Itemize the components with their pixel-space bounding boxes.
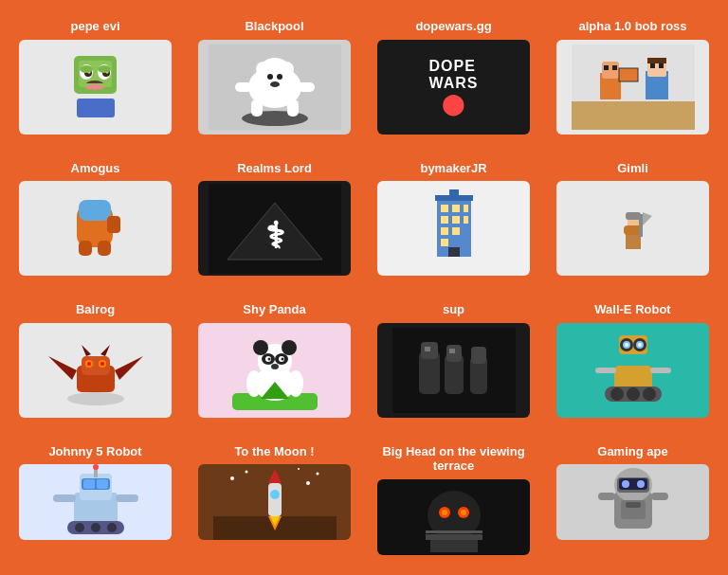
card-image: ⚕ xyxy=(198,181,351,276)
card-grid: pepe evi xyxy=(11,11,717,563)
svg-point-93 xyxy=(271,364,279,369)
card-big-head[interactable]: Big Head on the viewing terrace xyxy=(370,437,537,563)
svg-point-77 xyxy=(87,362,91,366)
svg-rect-37 xyxy=(659,63,664,68)
card-title: Johnny 5 Robot xyxy=(48,444,141,459)
card-amogus[interactable]: Amogus xyxy=(11,153,179,284)
card-pepe-evi[interactable]: pepe evi xyxy=(11,11,179,142)
card-image xyxy=(19,464,172,540)
card-blackpool[interactable]: Blackpool xyxy=(191,11,358,142)
gamingape-svg xyxy=(572,464,695,540)
card-bymaker[interactable]: bymakerJR xyxy=(370,153,537,284)
svg-rect-165 xyxy=(626,502,641,508)
card-wall-e[interactable]: Wall-E Robot xyxy=(549,295,717,425)
bighead-svg xyxy=(392,479,516,555)
svg-point-91 xyxy=(267,358,270,361)
card-image xyxy=(198,40,351,135)
svg-point-21 xyxy=(277,74,282,80)
card-title: sup xyxy=(443,302,464,317)
svg-point-144 xyxy=(245,471,247,474)
svg-point-12 xyxy=(85,84,104,90)
bobross-svg xyxy=(572,45,695,130)
card-gaming-ape[interactable]: Gaming ape xyxy=(549,437,717,563)
svg-rect-24 xyxy=(287,99,299,117)
card-to-the-moon[interactable]: To the Moon ! xyxy=(191,437,358,563)
svg-rect-53 xyxy=(441,216,448,224)
svg-rect-120 xyxy=(595,368,616,373)
svg-point-70 xyxy=(67,392,124,405)
card-image xyxy=(556,40,709,135)
card-realms-lord[interactable]: Realms Lord ⚕ xyxy=(191,153,358,284)
svg-rect-72 xyxy=(82,356,110,375)
svg-rect-138 xyxy=(268,483,282,516)
svg-point-162 xyxy=(622,480,629,488)
svg-rect-131 xyxy=(116,494,138,502)
shypanda-svg xyxy=(213,325,337,415)
svg-rect-126 xyxy=(83,479,95,489)
svg-rect-121 xyxy=(650,368,671,373)
svg-rect-28 xyxy=(572,101,695,130)
svg-point-153 xyxy=(461,510,466,515)
svg-rect-127 xyxy=(97,479,108,489)
svg-point-134 xyxy=(91,523,100,532)
card-johnny-robot[interactable]: Johnny 5 Robot xyxy=(11,437,179,563)
svg-rect-43 xyxy=(79,241,92,256)
svg-point-92 xyxy=(281,358,283,361)
svg-point-111 xyxy=(643,387,656,401)
card-bob-ross[interactable]: alpha 1.0 bob ross xyxy=(549,11,717,142)
svg-point-129 xyxy=(93,464,99,470)
card-image xyxy=(19,181,172,276)
svg-rect-58 xyxy=(441,239,448,246)
svg-point-133 xyxy=(75,523,84,532)
card-image xyxy=(556,181,709,276)
card-shy-panda[interactable]: Shy Panda xyxy=(191,295,358,425)
svg-point-78 xyxy=(100,362,104,366)
svg-rect-54 xyxy=(452,216,460,224)
svg-point-163 xyxy=(637,480,645,488)
card-title: Blackpool xyxy=(245,19,303,34)
svg-rect-25 xyxy=(235,82,252,92)
svg-point-94 xyxy=(246,370,262,397)
card-image xyxy=(377,479,530,555)
pepe-svg xyxy=(60,51,131,122)
card-image xyxy=(377,323,530,418)
card-image xyxy=(377,181,530,276)
svg-rect-167 xyxy=(651,493,668,500)
svg-rect-51 xyxy=(452,205,460,212)
svg-rect-59 xyxy=(448,247,460,257)
svg-rect-61 xyxy=(449,189,459,197)
dopewars-dot: ⬤ xyxy=(442,92,465,117)
card-image: DOPEWARS ⬤ xyxy=(377,40,530,135)
svg-point-146 xyxy=(316,473,318,476)
svg-point-20 xyxy=(267,74,273,80)
walle-svg xyxy=(572,328,695,413)
svg-rect-56 xyxy=(441,227,448,235)
svg-point-135 xyxy=(107,523,117,532)
card-image xyxy=(556,464,709,540)
card-title: Big Head on the viewing terrace xyxy=(377,444,530,474)
gimli-svg xyxy=(576,186,690,271)
card-sup[interactable]: sup xyxy=(370,295,537,425)
card-title: Wall-E Robot xyxy=(594,302,670,317)
svg-point-119 xyxy=(638,343,642,347)
svg-rect-38 xyxy=(647,58,666,63)
svg-rect-31 xyxy=(604,65,609,70)
card-title: Gaming ape xyxy=(597,444,667,459)
realms-svg: ⚕ xyxy=(209,184,341,274)
svg-point-109 xyxy=(610,387,624,401)
svg-point-147 xyxy=(298,468,300,470)
card-dopewars[interactable]: dopewars.gg DOPEWARS ⬤ xyxy=(370,11,537,142)
svg-rect-104 xyxy=(425,347,430,351)
svg-rect-57 xyxy=(452,227,460,235)
svg-rect-32 xyxy=(612,65,617,70)
dopewars-label: DOPEWARS xyxy=(429,58,479,92)
card-title: Balrog xyxy=(76,302,115,317)
svg-point-8 xyxy=(80,65,93,73)
moon-svg xyxy=(213,464,337,540)
card-gimli[interactable]: Gimli xyxy=(549,153,717,284)
svg-rect-36 xyxy=(650,63,655,68)
card-title: alpha 1.0 bob ross xyxy=(578,19,686,34)
card-image xyxy=(556,323,709,418)
card-balrog[interactable]: Balrog xyxy=(11,295,179,425)
card-title: To the Moon ! xyxy=(234,444,314,459)
